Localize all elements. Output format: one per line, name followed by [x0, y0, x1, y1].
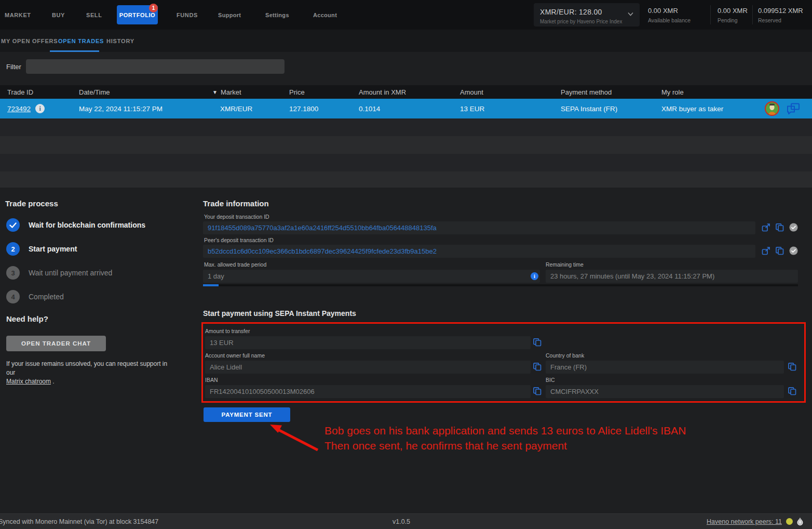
copy-txid-icon[interactable]: [775, 246, 784, 255]
copy-country-icon[interactable]: [788, 362, 796, 371]
remaining-time-field[interactable]: 23 hours, 27 minutes (until May 23, 2024…: [546, 270, 798, 283]
copy-bic-icon[interactable]: [788, 387, 796, 395]
trade-information-title: Trade information: [203, 199, 269, 208]
status-bar: Synced with Monero Mainnet (via Tor) at …: [0, 513, 812, 529]
country-of-bank-field[interactable]: France (FR): [546, 361, 784, 374]
trade-table-row-selected[interactable]: 723492 i May 22, 2024 11:15:27 PM XMR/EU…: [0, 99, 812, 118]
nav-buy[interactable]: BUY: [52, 0, 65, 30]
reserved-balance-value: 0.099512 XMR: [758, 7, 803, 15]
step-label: Wait for blockchain confirmations: [29, 221, 145, 229]
trade-payment-method: SEPA Instant (FR): [561, 99, 617, 118]
trade-period-field[interactable]: 1 day: [203, 270, 540, 283]
version-label: v1.0.5: [393, 518, 410, 525]
table-empty-row: [0, 136, 812, 154]
trade-amount-xmr: 0.1014: [359, 99, 380, 118]
need-help-title: Need help?: [6, 314, 48, 323]
trade-period-progress-bar: [203, 284, 798, 286]
avatar-face: [766, 102, 778, 115]
haveno-app-window: MARKET BUY SELL PORTFOLIO 1 FUNDS Suppor…: [0, 0, 812, 529]
nav-funds[interactable]: FUNDS: [177, 0, 198, 30]
trade-period-info-icon[interactable]: i: [531, 272, 538, 280]
copy-owner-icon[interactable]: [533, 362, 542, 371]
iban-field[interactable]: FR1420041010050500013M02606: [205, 385, 531, 398]
market-price-source: Market price by Haveno Price Index: [540, 19, 622, 24]
step-label: Wait until payment arrived: [29, 269, 112, 277]
peer-txid-field[interactable]: b52dccd1c6d0cc109ec366cb1bdc6897dec39624…: [203, 245, 755, 258]
peer-avatar[interactable]: [765, 101, 779, 116]
tab-my-open-offers[interactable]: MY OPEN OFFERS: [1, 30, 58, 52]
your-txid-label: Your deposit transaction ID: [204, 214, 269, 220]
open-trader-chat-button[interactable]: OPEN TRADER CHAT: [6, 336, 106, 351]
column-my-role[interactable]: My role: [661, 85, 684, 99]
copy-iban-icon[interactable]: [533, 387, 542, 395]
market-price-selector[interactable]: XMR/EUR: 128.00 Market price by Haveno P…: [534, 3, 640, 27]
open-explorer-icon[interactable]: [762, 246, 770, 255]
trade-id-link[interactable]: 723492: [7, 105, 31, 113]
column-trade-id[interactable]: Trade ID: [7, 85, 33, 99]
network-peers-link[interactable]: Haveno network peers: 11: [707, 518, 782, 525]
open-explorer-icon[interactable]: [762, 223, 770, 232]
table-empty-row: [0, 171, 812, 188]
column-payment-method[interactable]: Payment method: [561, 85, 612, 99]
tor-onion-icon[interactable]: [796, 517, 804, 526]
trade-market: XMR/EUR: [220, 99, 252, 118]
account-owner-field[interactable]: Alice Lidell: [205, 361, 531, 374]
portfolio-subtabs: MY OPEN OFFERS OPEN TRADES HISTORY: [0, 30, 812, 52]
remaining-time-label: Remaining time: [546, 261, 584, 268]
step-start-payment: 2 Start payment: [6, 242, 77, 256]
amount-to-transfer-label: Amount to transfer: [205, 328, 250, 334]
copy-txid-icon[interactable]: [775, 223, 784, 232]
account-owner-label: Account owner full name: [205, 352, 265, 359]
bic-field[interactable]: CMCIFRPAXXX: [546, 385, 784, 398]
filter-input[interactable]: [26, 59, 285, 74]
step-number: 2: [6, 242, 20, 256]
trade-price: 127.1800: [289, 99, 318, 118]
available-balance-value: 0.00 XMR: [648, 7, 678, 15]
amount-to-transfer-field[interactable]: 13 EUR: [205, 336, 531, 349]
trader-chat-icon[interactable]: [787, 103, 800, 114]
tab-open-trades[interactable]: OPEN TRADES: [58, 30, 104, 52]
column-amount[interactable]: Amount: [460, 85, 483, 99]
iban-label: IBAN: [205, 377, 218, 383]
trade-process-title: Trade process: [5, 199, 58, 208]
support-hint-line: If your issue remains unsolved, you can …: [6, 360, 167, 376]
confirmed-check-icon: [789, 223, 798, 232]
table-empty-row: [0, 154, 812, 171]
check-icon: [9, 222, 17, 228]
column-price[interactable]: Price: [289, 85, 305, 99]
nav-account[interactable]: Account: [313, 0, 337, 30]
support-hint-suffix: .: [51, 378, 55, 385]
nav-support[interactable]: Support: [218, 0, 241, 30]
sort-descending-icon: ▼: [212, 89, 218, 95]
divider: [710, 5, 711, 24]
column-date-time[interactable]: Date/Time: [79, 85, 110, 99]
step-label: Start payment: [29, 245, 77, 253]
nav-sell[interactable]: SELL: [86, 0, 102, 30]
trade-amount: 13 EUR: [460, 99, 484, 118]
trade-info-icon[interactable]: i: [35, 104, 45, 113]
step-label: Completed: [29, 293, 64, 301]
trade-my-role: XMR buyer as taker: [661, 99, 723, 118]
active-tab-underline: [50, 50, 99, 52]
trade-period-label: Max. allowed trade period: [204, 261, 266, 268]
notification-badge: 1: [149, 4, 158, 12]
column-market[interactable]: ▼ Market: [212, 85, 241, 99]
column-market-label: Market: [221, 88, 241, 96]
top-navigation-bar: MARKET BUY SELL PORTFOLIO 1 FUNDS Suppor…: [0, 0, 812, 30]
filter-label: Filter: [6, 63, 21, 71]
your-txid-field[interactable]: 91f18455d089a75770a3af2a1e60a2416ff254d5…: [203, 221, 755, 234]
nav-settings[interactable]: Settings: [265, 0, 289, 30]
chevron-down-icon: [628, 12, 633, 16]
step-number: 3: [6, 266, 20, 280]
step-number: 4: [6, 290, 20, 303]
peer-txid-label: Peer's deposit transaction ID: [204, 237, 274, 243]
tab-history[interactable]: HISTORY: [106, 30, 134, 52]
copy-amount-icon[interactable]: [533, 338, 542, 347]
matrix-chatroom-link[interactable]: Matrix chatroom: [6, 378, 51, 385]
annotation-text-line1: Bob goes on his bank application and sen…: [324, 425, 686, 437]
step-wait-blockchain: Wait for blockchain confirmations: [6, 218, 145, 232]
nav-market[interactable]: MARKET: [5, 0, 31, 30]
trade-datetime: May 22, 2024 11:15:27 PM: [79, 99, 163, 118]
column-amount-in-xmr[interactable]: Amount in XMR: [359, 85, 406, 99]
country-of-bank-label: Country of bank: [546, 352, 584, 359]
